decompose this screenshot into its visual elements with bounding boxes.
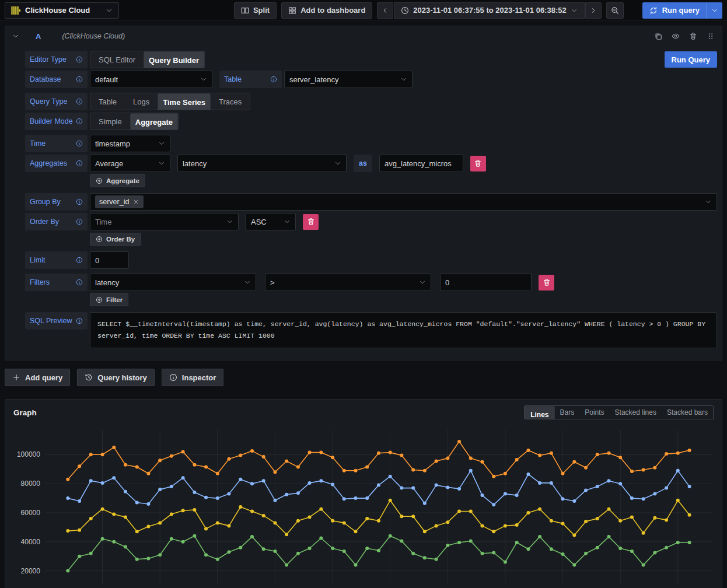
- filter-value-input[interactable]: [445, 278, 526, 287]
- info-icon: [76, 198, 83, 205]
- option-sql-editor[interactable]: SQL Editor: [90, 51, 144, 68]
- inspector-button[interactable]: Inspector: [162, 369, 224, 386]
- delete-query-icon[interactable]: [689, 32, 697, 40]
- split-icon: [241, 6, 249, 15]
- option-time-series[interactable]: Time Series: [158, 93, 211, 110]
- sql-preview-row: SQL Preview SELECT $__timeInterval(times…: [25, 312, 717, 348]
- svg-text:100000: 100000: [17, 451, 40, 459]
- info-icon: [270, 76, 277, 83]
- run-query-button[interactable]: Run query: [642, 2, 707, 19]
- alias-field[interactable]: [379, 155, 463, 172]
- option-logs[interactable]: Logs: [125, 93, 158, 110]
- query-editor-panel: A (ClickHouse Cloud) Editor Type SQL Edi…: [5, 26, 722, 360]
- panel-run-query-label: Run Query: [672, 55, 710, 64]
- group-by-tag[interactable]: server_id: [95, 195, 144, 208]
- alias-input[interactable]: [385, 159, 458, 168]
- add-to-dashboard-button[interactable]: Add to dashboard: [281, 2, 372, 19]
- chevron-down-icon: [396, 76, 407, 83]
- option-points[interactable]: Points: [579, 406, 609, 419]
- database-select[interactable]: default: [90, 71, 212, 88]
- editor-type-toggle: SQL EditorQuery Builder: [90, 51, 205, 68]
- limit-row: Limit: [25, 251, 717, 269]
- time-range-picker[interactable]: 2023-11-01 06:37:55 to 2023-11-01 06:38:…: [394, 2, 584, 19]
- builder-mode-label: Builder Mode: [25, 113, 88, 130]
- panel-run-query-button[interactable]: Run Query: [665, 51, 717, 68]
- graph-title: Graph: [13, 408, 37, 417]
- filter-field-select[interactable]: latency: [90, 274, 256, 291]
- chevron-left-icon: [382, 7, 389, 14]
- chevron-down-icon: [700, 198, 712, 205]
- query-type-row: Query Type TableLogsTime SeriesTraces: [25, 93, 717, 110]
- remove-order-by-button[interactable]: [303, 214, 319, 230]
- sql-preview-label: SQL Preview: [25, 312, 88, 330]
- add-filter-button[interactable]: Filter: [90, 293, 128, 306]
- run-query-dropdown[interactable]: [707, 2, 722, 19]
- builder-mode-toggle: SimpleAggregate: [90, 113, 179, 130]
- aggregate-column-select[interactable]: latency: [177, 155, 347, 172]
- plus-icon: [12, 373, 20, 382]
- toggle-visibility-icon[interactable]: [672, 32, 680, 40]
- graph-mode-toggle: LinesBarsPointsStacked linesStacked bars: [524, 405, 714, 419]
- info-icon: [76, 279, 83, 286]
- aggregate-function-select[interactable]: Average: [90, 155, 170, 172]
- run-query-label: Run query: [662, 6, 700, 15]
- order-by-row: Order By Time ASC: [25, 213, 717, 230]
- add-order-by-button[interactable]: Order By: [90, 233, 141, 246]
- split-label: Split: [253, 6, 270, 15]
- svg-text:40000: 40000: [21, 538, 41, 546]
- latency-chart-svg: 2000040000600008000010000006:38:0006:38:…: [11, 425, 716, 588]
- order-by-direction-select[interactable]: ASC: [246, 213, 296, 230]
- split-button[interactable]: Split: [234, 2, 277, 19]
- drag-handle-icon[interactable]: [707, 32, 715, 40]
- option-query-builder[interactable]: Query Builder: [144, 51, 204, 68]
- limit-field[interactable]: [90, 251, 129, 269]
- query-history-button[interactable]: Query history: [77, 369, 155, 386]
- info-icon: [76, 76, 83, 83]
- collapse-chevron-icon[interactable]: [12, 33, 19, 40]
- group-by-multiselect[interactable]: server_id: [90, 193, 717, 211]
- table-select[interactable]: server_latency: [284, 71, 413, 88]
- option-lines[interactable]: Lines: [525, 406, 554, 419]
- time-forward-button[interactable]: [585, 2, 602, 19]
- add-query-button[interactable]: Add query: [5, 369, 70, 386]
- remove-filter-button[interactable]: [539, 275, 554, 290]
- graph-panel: Graph LinesBarsPointsStacked linesStacke…: [5, 399, 722, 588]
- remove-aggregate-button[interactable]: [470, 156, 486, 172]
- topbar-actions: Split Add to dashboard 2023-11-01 06:37:…: [234, 2, 722, 19]
- option-traces[interactable]: Traces: [211, 93, 250, 110]
- time-back-button[interactable]: [377, 2, 393, 19]
- datasource-name: ClickHouse Cloud: [25, 6, 90, 15]
- filter-value-field[interactable]: [440, 274, 532, 291]
- time-range-controls: 2023-11-01 06:37:55 to 2023-11-01 06:38:…: [377, 2, 601, 19]
- option-stacked-bars[interactable]: Stacked bars: [662, 406, 713, 419]
- option-aggregate[interactable]: Aggregate: [130, 113, 178, 130]
- limit-label: Limit: [25, 251, 88, 269]
- option-simple[interactable]: Simple: [90, 113, 130, 130]
- query-ref-id: A: [36, 32, 41, 41]
- remove-tag-icon[interactable]: [132, 198, 139, 205]
- duplicate-query-icon[interactable]: [654, 32, 662, 40]
- datasource-picker[interactable]: ClickHouse Cloud: [5, 2, 119, 19]
- dashboard-grid-icon: [288, 6, 296, 15]
- query-row-actions: [654, 32, 715, 40]
- zoom-out-button[interactable]: [606, 2, 624, 19]
- editor-type-label: Editor Type: [25, 51, 88, 68]
- add-order-by-container: Order By: [90, 233, 717, 246]
- database-table-row: Database default Table server_latency: [25, 71, 717, 88]
- order-by-field-select[interactable]: Time: [90, 213, 239, 230]
- option-bars[interactable]: Bars: [555, 406, 580, 419]
- top-bar: ClickHouse Cloud Split Add to dashboard …: [0, 0, 727, 21]
- limit-input[interactable]: [95, 256, 124, 265]
- add-aggregate-button[interactable]: Aggregate: [90, 174, 145, 187]
- chart-area: 2000040000600008000010000006:38:0006:38:…: [10, 423, 717, 588]
- filter-operator-select[interactable]: >: [265, 274, 431, 291]
- graph-header: Graph LinesBarsPointsStacked linesStacke…: [10, 404, 717, 423]
- plus-circle-icon: [96, 296, 103, 303]
- add-to-dashboard-label: Add to dashboard: [300, 6, 365, 15]
- option-table[interactable]: Table: [90, 93, 125, 110]
- svg-text:80000: 80000: [21, 480, 41, 488]
- option-stacked-lines[interactable]: Stacked lines: [610, 406, 662, 419]
- chevron-down-icon: [106, 7, 113, 14]
- svg-text:60000: 60000: [21, 509, 41, 517]
- time-column-select[interactable]: timestamp: [90, 135, 170, 152]
